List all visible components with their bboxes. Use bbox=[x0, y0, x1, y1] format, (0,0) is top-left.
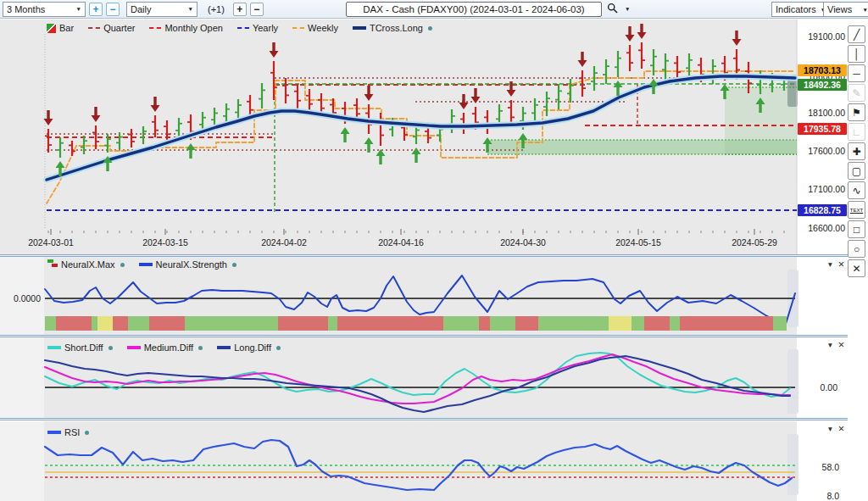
indicators-button-label: Indicators bbox=[776, 4, 816, 14]
legend-item[interactable]: Long.Diff bbox=[217, 342, 281, 353]
diff-legend: Short.DiffMedium.DiffLong.Diff bbox=[47, 342, 281, 353]
line-swatch-icon bbox=[139, 263, 153, 266]
search-icon[interactable] bbox=[607, 3, 618, 15]
remove-bar-button[interactable]: − bbox=[250, 3, 264, 16]
interval-select[interactable]: Daily ▼ bbox=[126, 2, 198, 17]
range-select-value: 3 Months bbox=[7, 4, 45, 14]
views-button[interactable]: Views ▼ bbox=[823, 2, 868, 17]
collapse-panel-icon[interactable]: ▾ bbox=[826, 259, 835, 269]
line-swatch-icon bbox=[47, 346, 61, 349]
chevron-down-icon: ▼ bbox=[76, 6, 81, 12]
legend-label: RSI bbox=[64, 427, 80, 437]
add-bar-button[interactable]: + bbox=[233, 3, 247, 16]
price-badge: 18492.36 bbox=[798, 79, 847, 91]
drawing-toolbar: ╱│─✎⚑∟✚▢∿TEXT□○✕ bbox=[848, 25, 868, 277]
wave-icon[interactable]: ∿ bbox=[848, 181, 865, 199]
legend-item[interactable]: Quarter bbox=[88, 23, 135, 33]
chevron-down-icon: ▼ bbox=[625, 6, 630, 12]
pointer-flag-icon[interactable]: ⚑ bbox=[848, 103, 865, 121]
settings-dot-icon[interactable] bbox=[85, 431, 89, 435]
legend-label: Short.Diff bbox=[64, 342, 103, 353]
rsi-panel-background bbox=[44, 421, 797, 501]
settings-dot-icon[interactable] bbox=[428, 26, 432, 31]
legend-label: Weekly bbox=[308, 23, 338, 33]
trading-app: { "toolbar":{ "range_value":"3 Months","… bbox=[0, 0, 868, 501]
settings-dot-icon[interactable] bbox=[276, 346, 281, 350]
neural-scrollbar[interactable] bbox=[787, 270, 798, 327]
legend-label: Yearly bbox=[253, 23, 278, 33]
interval-select-value: Daily bbox=[131, 4, 151, 14]
price-badge: 17935.78 bbox=[798, 123, 847, 135]
rsi-lower-label: 8.0 bbox=[805, 491, 839, 501]
ellipse-icon[interactable]: ○ bbox=[848, 240, 865, 258]
range-zoom-out-button[interactable]: − bbox=[106, 3, 120, 16]
rsi-left-gutter bbox=[0, 421, 44, 501]
rectangle-icon[interactable]: □ bbox=[848, 220, 865, 238]
x-axis-label: 2024-05-29 bbox=[724, 237, 785, 248]
dash-swatch-icon bbox=[292, 27, 304, 29]
offset-label: (+1) bbox=[208, 4, 225, 14]
range-zoom-in-button[interactable]: + bbox=[89, 3, 103, 16]
legend-item[interactable]: Short.Diff bbox=[47, 342, 113, 353]
close-icon[interactable]: ✕ bbox=[848, 259, 865, 277]
close-panel-icon[interactable]: ✕ bbox=[837, 424, 846, 433]
collapse-panel-icon[interactable]: ▾ bbox=[826, 340, 835, 349]
settings-dot-icon[interactable] bbox=[198, 346, 203, 350]
views-button-label: Views bbox=[827, 4, 852, 14]
x-axis-label: 2024-04-30 bbox=[492, 237, 554, 248]
panel-divider[interactable] bbox=[0, 418, 848, 420]
price-legend: BarQuarterMonthly OpenYearlyWeeklyTCross… bbox=[47, 22, 432, 34]
dash-swatch-icon bbox=[88, 27, 100, 29]
crosshair-icon[interactable]: ✚ bbox=[848, 142, 865, 160]
price-panel-background bbox=[0, 19, 797, 254]
dash-swatch-icon bbox=[237, 27, 249, 29]
legend-label: TCross.Long bbox=[370, 23, 423, 33]
vertical-line-icon[interactable]: │ bbox=[848, 45, 865, 63]
diff-zero-label: 0.00 bbox=[804, 382, 837, 392]
settings-dot-icon[interactable] bbox=[232, 263, 236, 267]
legend-item[interactable]: Monthly Open bbox=[149, 23, 222, 33]
close-panel-icon[interactable]: ✕ bbox=[837, 259, 846, 269]
y-axis-label: 17600.00 bbox=[798, 146, 845, 156]
legend-item[interactable]: Yearly bbox=[237, 23, 278, 33]
legend-item[interactable]: TCross.Long bbox=[353, 23, 432, 33]
rsi-scrollbar[interactable] bbox=[787, 434, 798, 495]
legend-item[interactable]: RSI bbox=[47, 427, 89, 437]
line-swatch-icon bbox=[127, 346, 141, 349]
x-axis-label: 2024-03-01 bbox=[20, 237, 81, 248]
legend-label: Medium.Diff bbox=[144, 342, 193, 353]
horizontal-line-icon[interactable]: ─ bbox=[848, 64, 865, 82]
price-badge: 18703.13 bbox=[798, 64, 847, 76]
legend-item[interactable]: Weekly bbox=[292, 23, 338, 33]
trend-line-icon[interactable]: ╱ bbox=[848, 25, 865, 43]
indicators-button[interactable]: Indicators ▼ bbox=[771, 2, 829, 17]
symbol-title-box[interactable]: DAX - Cash (FDAXY00) (2024-03-01 - 2024-… bbox=[346, 2, 602, 17]
collapse-panel-icon[interactable]: ▾ bbox=[826, 424, 835, 433]
neural-legend: NeuralX.MaxNeuralX.Strength bbox=[47, 259, 236, 270]
maxbar-swatch-icon bbox=[47, 259, 58, 270]
legend-item[interactable]: NeuralX.Max bbox=[47, 259, 125, 270]
legend-item[interactable]: NeuralX.Strength bbox=[139, 259, 236, 270]
close-panel-icon[interactable]: ✕ bbox=[837, 340, 846, 349]
legend-label: Quarter bbox=[103, 23, 135, 33]
price-scrollbar-thumb[interactable] bbox=[787, 75, 798, 107]
y-axis-label: 17100.00 bbox=[798, 184, 845, 194]
text-tool-icon[interactable]: TEXT bbox=[848, 201, 865, 219]
x-axis-label: 2024-03-15 bbox=[135, 237, 196, 248]
x-axis-label: 2024-04-16 bbox=[370, 237, 431, 248]
settings-dot-icon[interactable] bbox=[120, 263, 125, 267]
diff-scrollbar[interactable] bbox=[787, 349, 798, 414]
price-badge: 16828.75 bbox=[798, 204, 847, 216]
callout-icon[interactable]: ▢ bbox=[848, 162, 865, 180]
rsi-upper-label: 58.0 bbox=[805, 462, 839, 472]
legend-item[interactable]: Bar bbox=[47, 23, 74, 33]
search-control[interactable]: ▼ bbox=[607, 3, 630, 15]
chevron-down-icon: ▼ bbox=[188, 6, 193, 12]
settings-dot-icon[interactable] bbox=[108, 346, 113, 350]
line-swatch-icon bbox=[47, 431, 61, 434]
angle-line-icon: ∟ bbox=[848, 123, 865, 141]
line-swatch-icon bbox=[353, 26, 366, 30]
neural-zero-label: 0.0000 bbox=[7, 293, 41, 303]
legend-item[interactable]: Medium.Diff bbox=[127, 342, 203, 353]
range-select[interactable]: 3 Months ▼ bbox=[3, 2, 86, 17]
